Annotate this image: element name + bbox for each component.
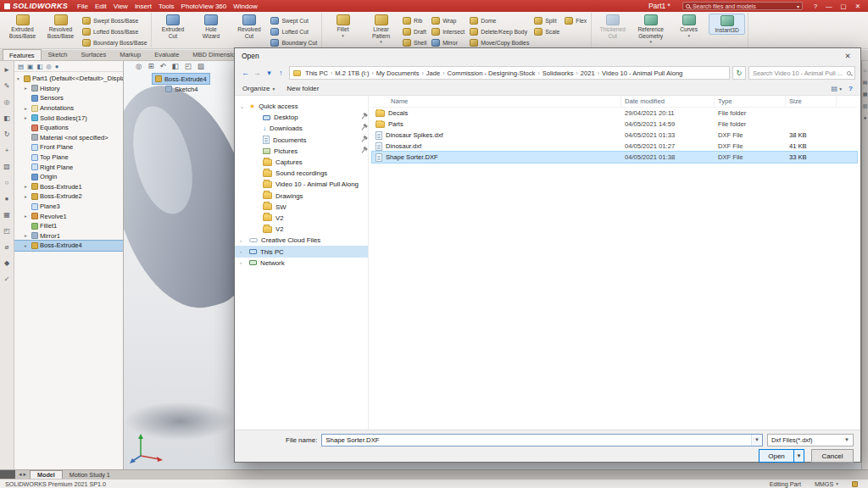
up-icon[interactable]: ↑ xyxy=(275,67,287,79)
nav-item-pictures[interactable]: Pictures xyxy=(235,146,368,157)
menu-window[interactable]: Window xyxy=(230,3,260,10)
help-icon[interactable]: ? xyxy=(849,85,853,92)
tree-item-history[interactable]: ▸History xyxy=(14,84,123,94)
tab-evaluate[interactable]: Evaluate xyxy=(147,48,186,60)
units-selector[interactable]: MMGS ▾ xyxy=(815,480,838,488)
file-row-parts[interactable]: Parts04/05/2021 14:59File folder xyxy=(372,119,857,130)
lofted-cut-button[interactable]: Lofted Cut xyxy=(269,26,319,36)
reference-geometry-button[interactable]: Reference Geometry▾ xyxy=(632,14,669,43)
hide-show-items-icon[interactable]: ○ xyxy=(5,179,9,187)
instant3d-button[interactable]: Instant3D xyxy=(709,14,745,35)
tab-features[interactable]: Features xyxy=(3,49,42,60)
section-view-icon[interactable]: ◧ xyxy=(3,114,10,123)
new-folder-button[interactable]: New folder xyxy=(287,85,319,92)
feature-manager-tab-icon[interactable]: ▤ xyxy=(18,63,24,70)
shell-button[interactable]: Shell xyxy=(401,37,428,47)
nav-item-creative-cloud-files[interactable]: ›Creative Cloud Files xyxy=(235,235,368,246)
wrap-button[interactable]: Wrap xyxy=(430,15,466,25)
column-header-size[interactable]: Size xyxy=(786,96,837,107)
nav-item-network[interactable]: ›Network xyxy=(235,258,368,269)
display-style-icon[interactable]: ▧ xyxy=(198,62,204,70)
appearances-icon[interactable]: ● xyxy=(5,195,9,203)
nav-item-sound-recordings[interactable]: Sound recordings xyxy=(235,168,368,179)
breadcrumb[interactable]: This PC›M.2 1TB (I:)›My Documents›Jade›C… xyxy=(289,66,730,80)
nav-item-sw[interactable]: SW xyxy=(235,202,368,213)
tree-item-front-plane[interactable]: Front Plane xyxy=(14,142,123,152)
dialog-search-box[interactable]: Search Video 10 - Animal Pull ... xyxy=(748,66,855,80)
view-orientation-icon[interactable]: ◰ xyxy=(3,227,10,236)
expand-arrow-icon[interactable]: ▾ xyxy=(17,76,22,81)
menu-edit[interactable]: Edit xyxy=(92,3,110,10)
linear-pattern-button[interactable]: Linear Pattern▾ xyxy=(363,14,399,43)
nav-item-captures[interactable]: Captures xyxy=(235,157,368,168)
boundary-cut-button[interactable]: Boundary Cut xyxy=(269,37,319,47)
rib-button[interactable]: Rib xyxy=(401,15,428,25)
expand-arrow-icon[interactable]: ▸ xyxy=(25,106,30,111)
tab-scroll-right-icon[interactable]: ▸ xyxy=(24,471,27,478)
search-scope-caret-icon[interactable]: ▾ xyxy=(797,3,799,9)
previous-view-icon[interactable]: ↶ xyxy=(160,62,166,70)
breadcrumb-my-documents[interactable]: My Documents xyxy=(376,69,420,77)
tree-item-sensors[interactable]: Sensors xyxy=(14,93,123,103)
expand-chevron-icon[interactable]: ⌄ xyxy=(240,103,246,109)
flyout-selected-feature[interactable]: Boss-Extrude4 xyxy=(153,74,209,84)
recent-caret-icon[interactable]: ▾ xyxy=(264,67,275,79)
sketch-icon[interactable]: ✎ xyxy=(4,82,10,91)
nav-item-this-pc[interactable]: ›This PC xyxy=(235,246,368,257)
file-type-select[interactable]: Dxf Files(*.dxf) ▼ xyxy=(767,434,854,446)
breadcrumb-jade[interactable]: Jade xyxy=(426,69,441,77)
measure-icon[interactable]: ⌀ xyxy=(5,243,9,252)
forward-icon[interactable]: → xyxy=(252,67,263,79)
tree-item-solid-bodies-17[interactable]: ▸Solid Bodies(17) xyxy=(14,113,123,123)
menu-insert[interactable]: Insert xyxy=(131,3,155,10)
view-orientation-icon[interactable]: ◰ xyxy=(185,62,192,70)
minimize-icon[interactable]: — xyxy=(821,3,837,10)
expand-arrow-icon[interactable]: ▸ xyxy=(25,86,30,91)
draft-button[interactable]: Draft xyxy=(401,26,428,36)
menu-photoview-360[interactable]: PhotoView 360 xyxy=(178,3,231,10)
tree-item-mirror1[interactable]: ▸Mirror1 xyxy=(14,231,123,241)
open-button-caret-icon[interactable]: ▼ xyxy=(793,450,804,462)
expand-arrow-icon[interactable]: ▸ xyxy=(25,194,30,199)
boundary-boss-base-button[interactable]: Boundary Boss/Base xyxy=(81,37,148,47)
breadcrumb-commission-designing-stock[interactable]: Commission - Designing-Stock xyxy=(447,69,537,77)
swept-cut-button[interactable]: Swept Cut xyxy=(269,15,319,25)
appearances-icon[interactable]: ● xyxy=(864,115,867,120)
tab-markup[interactable]: Markup xyxy=(113,48,147,60)
menu-file[interactable]: File xyxy=(74,3,92,10)
select-icon[interactable]: ► xyxy=(3,66,10,75)
custom-properties-tag-icon[interactable] xyxy=(852,481,858,487)
model-tab-motion-study-1[interactable]: Motion Study 1 xyxy=(63,470,117,479)
file-name-input[interactable]: Shape Sorter.DXF ▼ xyxy=(321,434,763,446)
nav-item-quick-access[interactable]: ⌄★Quick access xyxy=(235,101,368,112)
titlebar-search-box[interactable]: Search files and models ▾ xyxy=(682,2,803,10)
revolved-boss-base-button[interactable]: Revolved Boss/Base xyxy=(42,14,79,39)
split-button[interactable]: Split xyxy=(532,15,561,25)
file-row-decals[interactable]: Decals29/04/2021 20:11File folder xyxy=(372,108,857,119)
breadcrumb-video-10-animal-pull-along[interactable]: Video 10 - Animal Pull Along xyxy=(601,69,683,77)
mass-properties-icon[interactable]: ◆ xyxy=(4,259,9,268)
breadcrumb-m-2-1tb-i[interactable]: M.2 1TB (I:) xyxy=(334,69,370,77)
evaluate-icon[interactable]: ✓ xyxy=(4,275,10,284)
tree-item-origin[interactable]: Origin xyxy=(14,172,123,182)
nav-item-v2[interactable]: V2 xyxy=(235,213,368,224)
menu-tools[interactable]: Tools xyxy=(155,3,178,10)
property-manager-tab-icon[interactable]: ▣ xyxy=(27,63,33,70)
tree-item-material-not-specified[interactable]: Material <not specified> xyxy=(14,133,123,143)
zoom-area-icon[interactable]: ⊞ xyxy=(147,62,153,70)
refresh-button[interactable]: ↻ xyxy=(732,66,746,80)
pan-icon[interactable]: + xyxy=(5,147,9,155)
zoom-fit-icon[interactable]: ◎ xyxy=(136,62,142,70)
tree-item-boss-extrude1[interactable]: ▸Boss-Extrude1 xyxy=(14,182,123,192)
curves-button[interactable]: Curves▾ xyxy=(670,14,707,37)
move-copy-bodies-button[interactable]: Move/Copy Bodies xyxy=(468,37,531,47)
delete-keep-body-button[interactable]: Delete/Keep Body xyxy=(468,26,531,36)
section-view-icon[interactable]: ◧ xyxy=(172,62,179,70)
column-header-name[interactable]: Name xyxy=(372,96,621,107)
dialog-title-bar[interactable]: Open ✕ xyxy=(235,48,860,64)
cancel-button[interactable]: Cancel xyxy=(811,449,854,463)
mirror-button[interactable]: Mirror xyxy=(430,37,466,47)
lofted-boss-base-button[interactable]: Lofted Boss/Base xyxy=(81,26,148,36)
file-explorer-icon[interactable]: ▦ xyxy=(863,92,868,97)
fillet-button[interactable]: Fillet▾ xyxy=(325,14,361,37)
